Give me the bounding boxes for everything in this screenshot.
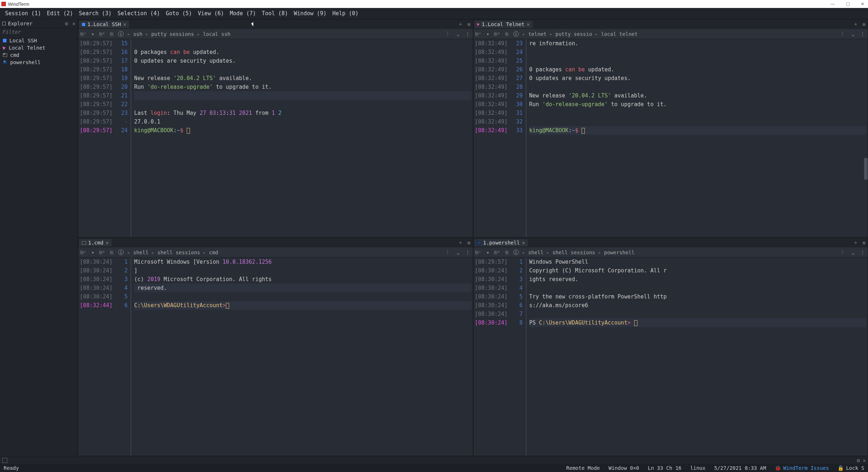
- breadcrumb[interactable]: ▸shell ▸shell sessions ▸cmd: [127, 250, 218, 255]
- toolbar-dropdown-icon[interactable]: ▾: [485, 250, 491, 255]
- tab-cmd[interactable]: 1.cmd ✕: [79, 239, 112, 246]
- toolbar-newfile-icon[interactable]: ⎘⁺: [476, 250, 481, 255]
- window-titlebar: WindTerm — ▢ ✕: [0, 0, 868, 8]
- explorer-item-ssh[interactable]: Local SSH: [0, 37, 78, 44]
- tab-menu-button[interactable]: ≡: [466, 240, 472, 246]
- toolbar-info-icon[interactable]: i: [513, 250, 519, 255]
- terminal-ssh[interactable]: [08:29:57][08:29:57][08:29:57][08:29:57]…: [78, 39, 473, 237]
- status-os[interactable]: linux: [690, 465, 706, 471]
- menu-goto[interactable]: Goto (5): [164, 9, 194, 17]
- window-maximize-button[interactable]: ▢: [844, 1, 852, 7]
- toolbar-newfile-icon[interactable]: ⎘⁺: [476, 31, 481, 37]
- window-close-button[interactable]: ✕: [859, 1, 867, 7]
- toolbar-next-icon[interactable]: 〉: [446, 249, 452, 256]
- menu-mode[interactable]: Mode (7): [228, 9, 258, 17]
- tab-close-icon[interactable]: ✕: [527, 21, 530, 27]
- menu-selection[interactable]: Selection (4): [115, 9, 162, 17]
- toolbar-copy-icon[interactable]: ⎘ˣ: [495, 31, 500, 37]
- toolbar-dropdown-icon[interactable]: ▾: [90, 250, 96, 255]
- bottom-panel-icon[interactable]: [2, 458, 7, 463]
- toolbar-info-icon[interactable]: i: [513, 31, 519, 37]
- pane-cmd: 1.cmd ✕ ＋ ≡ ⎘⁺ ▾ ⎘ˣ ⎘ i ▸shell ▸shell se…: [78, 238, 473, 456]
- toolbar-next-icon[interactable]: 〉: [446, 31, 452, 37]
- explorer-item-label: powershell: [10, 59, 41, 65]
- tab-close-icon[interactable]: ✕: [106, 240, 108, 246]
- toolbar-more-icon[interactable]: ⋮: [860, 31, 865, 37]
- toolbar-newfile-icon[interactable]: ⎘⁺: [80, 250, 86, 255]
- tab-add-button[interactable]: ＋: [852, 21, 860, 28]
- breadcrumb[interactable]: ▸telnet ▸putty sessio ▸local telnet: [522, 31, 638, 37]
- toolbar-copy-icon[interactable]: ⎘ˣ: [99, 31, 105, 37]
- status-lock[interactable]: Lock S: [846, 465, 864, 471]
- explorer-gear-icon[interactable]: ⚙: [65, 21, 68, 26]
- breadcrumb[interactable]: ▸ssh ▸putty sessions ▸local ssh: [127, 31, 230, 37]
- ssh-icon: [82, 23, 85, 26]
- menu-search[interactable]: Search (3): [77, 9, 114, 17]
- menu-view[interactable]: View (6): [196, 9, 226, 17]
- window-minimize-button[interactable]: —: [828, 1, 837, 7]
- toolbar-info-icon[interactable]: i: [118, 250, 124, 255]
- toolbar-paste-icon[interactable]: ⎘: [504, 250, 510, 255]
- pane-ssh: 1.Local SSH ✕ ＋ ≡ ⎘⁺ ▾ ⎘ˣ ⎘ i ▸ssh ▸putt…: [78, 19, 473, 238]
- toolbar-next-icon[interactable]: 〉: [841, 249, 847, 256]
- bottom-close-icon[interactable]: ✕: [863, 458, 866, 463]
- tab-menu-button[interactable]: ≡: [466, 21, 472, 27]
- toolbar-dropdown-icon[interactable]: ▾: [90, 31, 96, 37]
- tab-menu-button[interactable]: ≡: [861, 240, 867, 246]
- terminal-powershell[interactable]: [08:29:57][08:30:24][08:30:24][08:30:24]…: [474, 258, 868, 456]
- toolbar-expand-icon[interactable]: ⌄: [850, 31, 856, 37]
- bottom-gear-icon[interactable]: ⚙: [857, 458, 860, 463]
- toolbar-more-icon[interactable]: ⋮: [465, 31, 471, 37]
- status-issues-link[interactable]: WindTerm Issues: [783, 465, 829, 471]
- status-mode[interactable]: Remote Mode: [566, 465, 600, 471]
- tab-add-button[interactable]: ＋: [456, 239, 464, 246]
- toolbar-expand-icon[interactable]: ⌄: [455, 31, 461, 37]
- app-title: WindTerm: [8, 1, 29, 7]
- tab-label: 1.Local Telnet: [482, 21, 525, 27]
- tab-powershell[interactable]: 1.powershell ✕: [474, 239, 528, 246]
- status-position[interactable]: Ln 33 Ch 16: [648, 465, 682, 471]
- tab-add-button[interactable]: ＋: [852, 239, 860, 246]
- status-window[interactable]: Window 0×0: [609, 465, 639, 471]
- toolbar-copy-icon[interactable]: ⎘ˣ: [495, 250, 500, 255]
- terminal-cmd[interactable]: [08:30:24][08:30:24][08:30:24][08:30:24]…: [78, 258, 473, 456]
- menu-help[interactable]: Help (0): [330, 9, 361, 17]
- toolbar-dropdown-icon[interactable]: ▾: [485, 31, 491, 37]
- explorer-title: Explorer: [8, 21, 63, 26]
- tab-add-button[interactable]: ＋: [456, 21, 464, 28]
- menu-tool[interactable]: Tool (8): [260, 9, 290, 17]
- lock-icon: 🔒: [838, 465, 844, 471]
- menubar: Session (1) Edit (2) Search (3) Selectio…: [0, 8, 868, 19]
- explorer-item-powershell[interactable]: powershell: [0, 59, 78, 66]
- tab-menu-button[interactable]: ≡: [861, 21, 867, 27]
- pane-grid: 1.Local SSH ✕ ＋ ≡ ⎘⁺ ▾ ⎘ˣ ⎘ i ▸ssh ▸putt…: [78, 19, 868, 456]
- explorer-filter-input[interactable]: [2, 29, 75, 35]
- tab-close-icon[interactable]: ✕: [123, 21, 126, 27]
- menu-window[interactable]: Window (9): [292, 9, 328, 17]
- tab-close-icon[interactable]: ✕: [522, 240, 525, 246]
- explorer-item-cmd[interactable]: cmd: [0, 51, 78, 59]
- toolbar-paste-icon[interactable]: ⎘: [504, 31, 510, 37]
- terminal-telnet[interactable]: [08:32:49][08:32:49][08:32:49][08:32:49]…: [474, 39, 868, 237]
- tab-telnet[interactable]: 1.Local Telnet ✕: [474, 21, 533, 28]
- explorer-close-icon[interactable]: ✕: [73, 21, 75, 26]
- explorer-icon: [2, 22, 6, 25]
- menu-session[interactable]: Session (1): [3, 9, 43, 17]
- cmd-icon: [82, 241, 86, 245]
- toolbar-copy-icon[interactable]: ⎘ˣ: [99, 250, 105, 255]
- toolbar-more-icon[interactable]: ⋮: [465, 250, 471, 255]
- issues-icon: 🐞: [775, 465, 781, 471]
- telnet-icon: [3, 46, 7, 50]
- toolbar-expand-icon[interactable]: ⌄: [850, 250, 856, 255]
- toolbar-paste-icon[interactable]: ⎘: [109, 250, 115, 255]
- toolbar-paste-icon[interactable]: ⎘: [109, 31, 115, 37]
- toolbar-expand-icon[interactable]: ⌄: [455, 250, 461, 255]
- tab-ssh[interactable]: 1.Local SSH ✕: [79, 21, 129, 28]
- toolbar-info-icon[interactable]: i: [118, 31, 124, 37]
- menu-edit[interactable]: Edit (2): [45, 9, 75, 17]
- toolbar-next-icon[interactable]: 〉: [841, 31, 847, 37]
- toolbar-newfile-icon[interactable]: ⎘⁺: [80, 31, 86, 37]
- breadcrumb[interactable]: ▸shell ▸shell sessions ▸powershell: [522, 250, 635, 255]
- toolbar-more-icon[interactable]: ⋮: [860, 250, 865, 255]
- explorer-item-telnet[interactable]: Local Telnet: [0, 44, 78, 51]
